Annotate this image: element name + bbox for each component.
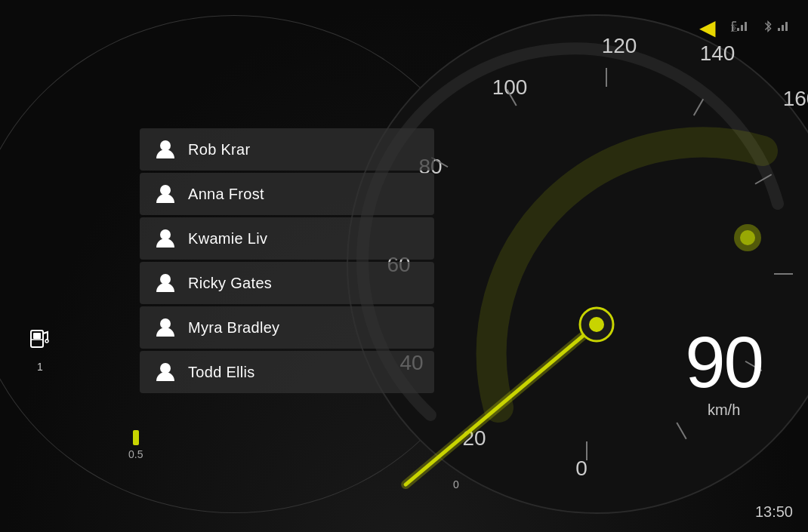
contact-avatar-icon xyxy=(153,360,177,384)
contact-list: Rob Krar Anna Frost Kwamie Liv xyxy=(140,128,434,395)
fuel-gauge-marker: 0.5 xyxy=(128,430,143,460)
contact-avatar-icon xyxy=(153,182,177,206)
contact-name: Anna Frost xyxy=(188,186,264,203)
contact-item[interactable]: Kwamie Liv xyxy=(140,217,434,260)
fuel-gauge-value: 0.5 xyxy=(128,448,143,460)
contact-avatar-icon xyxy=(153,271,177,295)
svg-point-10 xyxy=(160,140,171,151)
dashboard: ◀ ⅀ xyxy=(0,0,808,532)
contact-avatar-icon xyxy=(153,315,177,340)
svg-rect-17 xyxy=(33,333,41,339)
speed-unit: km/h xyxy=(685,401,763,419)
svg-text:140: 140 xyxy=(700,42,736,65)
contact-item[interactable]: Anna Frost xyxy=(140,173,434,215)
svg-point-14 xyxy=(160,318,171,329)
contact-avatar-icon xyxy=(153,226,177,251)
svg-point-15 xyxy=(160,363,171,374)
svg-text:0: 0 xyxy=(575,457,587,480)
svg-point-42 xyxy=(589,317,604,332)
fuel-bar-indicator xyxy=(133,430,139,445)
contact-item[interactable]: Myra Bradley xyxy=(140,306,434,349)
contact-name: Todd Ellis xyxy=(188,364,255,381)
svg-point-12 xyxy=(160,229,171,240)
contact-name: Ricky Gates xyxy=(188,275,272,292)
contact-item[interactable]: Ricky Gates xyxy=(140,262,434,304)
svg-point-18 xyxy=(45,340,48,343)
svg-point-11 xyxy=(160,185,171,195)
svg-point-13 xyxy=(160,274,171,284)
contact-name: Rob Krar xyxy=(188,141,250,158)
speed-value: 90 xyxy=(685,326,763,398)
fuel-area: 1 xyxy=(26,324,54,373)
time-display: 13:50 xyxy=(755,503,793,521)
fuel-level: 1 xyxy=(37,361,43,373)
contact-name: Kwamie Liv xyxy=(188,230,267,248)
contact-item[interactable]: Todd Ellis xyxy=(140,351,434,393)
speed-display: 90 km/h xyxy=(685,326,763,419)
svg-text:160: 160 xyxy=(783,87,808,110)
contact-item[interactable]: Rob Krar xyxy=(140,128,434,171)
svg-point-44 xyxy=(740,230,755,245)
contact-name: Myra Bradley xyxy=(188,319,279,337)
contact-avatar-icon xyxy=(153,137,177,161)
svg-text:120: 120 xyxy=(602,34,637,57)
fuel-icon xyxy=(26,324,54,355)
